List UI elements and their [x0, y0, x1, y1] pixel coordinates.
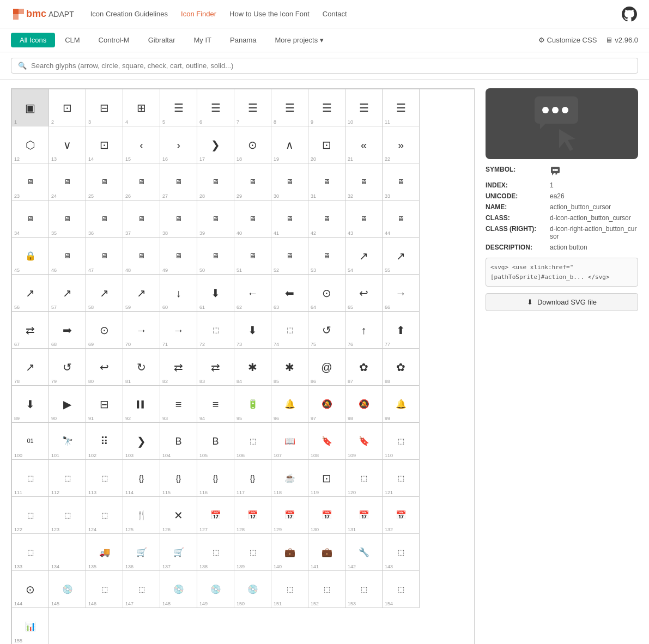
icon-cell[interactable]: 🖥50 [197, 238, 234, 275]
icon-cell[interactable]: ⬚106 [234, 423, 271, 460]
icon-cell[interactable]: 🖥34 [12, 201, 49, 238]
icon-cell[interactable]: ←62 [234, 275, 271, 312]
icon-cell[interactable]: ⬚151 [271, 571, 308, 608]
icon-cell[interactable]: 🔖108 [308, 423, 345, 460]
icon-cell[interactable]: →70 [123, 312, 160, 349]
nav-contact[interactable]: Contact [323, 10, 347, 18]
icon-cell[interactable]: 📅127 [197, 497, 234, 534]
icon-cell[interactable]: «21 [345, 126, 383, 163]
icon-cell[interactable]: ⬚74 [271, 312, 308, 349]
icon-cell[interactable]: B105 [197, 423, 234, 460]
icon-cell[interactable]: ⬚123 [49, 497, 86, 534]
icon-cell[interactable]: ⬆77 [383, 312, 420, 349]
icon-cell[interactable]: ↩65 [345, 275, 383, 312]
tab-panama[interactable]: Panama [221, 33, 265, 47]
icon-cell[interactable]: ➡68 [49, 312, 86, 349]
icon-cell[interactable]: {}117 [234, 460, 271, 497]
customize-css-button[interactable]: ⚙ Customize CSS [538, 36, 597, 44]
icon-cell[interactable]: »22 [383, 126, 420, 163]
icon-cell[interactable]: ☰11 [383, 89, 420, 126]
icon-cell[interactable]: 🖥44 [383, 201, 420, 238]
icon-cell[interactable]: 💼140 [271, 534, 308, 571]
tab-more-projects[interactable]: More projects ▾ [266, 33, 332, 47]
icon-cell[interactable]: 🔕97 [308, 386, 345, 423]
tab-clm[interactable]: CLM [56, 33, 88, 47]
icon-cell[interactable]: 🔖109 [345, 423, 383, 460]
icon-cell[interactable]: ↻81 [123, 349, 160, 386]
github-icon[interactable] [621, 5, 638, 23]
icon-cell[interactable]: →66 [383, 275, 420, 312]
icon-cell[interactable]: 🖥35 [49, 201, 86, 238]
icon-cell[interactable]: ✿87 [345, 349, 383, 386]
icon-cell[interactable]: ⬚113 [86, 460, 123, 497]
icon-cell[interactable]: ⊟3 [86, 89, 123, 126]
icon-cell[interactable]: ✿88 [383, 349, 420, 386]
nav-icon-creation[interactable]: Icon Creation Guidelines [90, 10, 168, 18]
icon-cell[interactable]: 🔋95 [234, 386, 271, 423]
icon-cell[interactable]: ☰5 [160, 89, 197, 126]
icon-cell[interactable]: ⬚146 [86, 571, 123, 608]
icon-cell[interactable]: 🛒136 [123, 534, 160, 571]
icon-cell[interactable]: 🖥26 [123, 163, 160, 201]
icon-cell[interactable]: ⊡2 [49, 89, 86, 126]
icon-cell[interactable]: ⇄83 [197, 349, 234, 386]
icon-cell[interactable]: 🖥29 [234, 163, 271, 201]
icon-cell[interactable]: ⊟91 [86, 386, 123, 423]
icon-cell[interactable]: ✱85 [271, 349, 308, 386]
icon-cell[interactable]: ☰9 [308, 89, 345, 126]
icon-cell[interactable]: 🔧142 [345, 534, 383, 571]
icon-cell[interactable]: ⬚133 [12, 534, 49, 571]
icon-cell[interactable]: 📊155 [12, 608, 49, 644]
icon-cell[interactable]: 🖥47 [86, 238, 123, 275]
icon-cell[interactable]: 🖥40 [234, 201, 271, 238]
icon-cell[interactable]: 🚚135 [86, 534, 123, 571]
icon-cell[interactable]: ⬚120 [345, 460, 383, 497]
icon-cell[interactable]: 💿145 [49, 571, 86, 608]
icon-cell[interactable]: ↗58 [86, 275, 123, 312]
icon-cell[interactable]: ↗54 [345, 238, 383, 275]
icon-cell[interactable]: 01100 [12, 423, 49, 460]
icon-cell[interactable]: ↗55 [383, 238, 420, 275]
icon-cell[interactable]: →71 [160, 312, 197, 349]
tab-gibraltar[interactable]: Gibraltar [139, 33, 184, 47]
icon-cell[interactable]: 📅132 [383, 497, 420, 534]
icon-cell[interactable]: 🖥39 [197, 201, 234, 238]
icon-cell[interactable]: 🖥27 [160, 163, 197, 201]
icon-cell[interactable]: 🖥49 [160, 238, 197, 275]
icon-cell[interactable]: 🖥23 [12, 163, 49, 201]
icon-cell[interactable]: 🖥38 [160, 201, 197, 238]
icon-cell[interactable]: ⬚154 [383, 571, 420, 608]
icon-cell[interactable]: ↺79 [49, 349, 86, 386]
icon-cell[interactable]: ⬇89 [12, 386, 49, 423]
icon-cell[interactable]: ⊙64 [308, 275, 345, 312]
icon-cell[interactable]: ↗59 [123, 275, 160, 312]
icon-cell[interactable]: ⊡14 [86, 126, 123, 163]
icon-cell[interactable]: ↺75 [308, 312, 345, 349]
icon-cell[interactable]: ↗57 [49, 275, 86, 312]
icon-cell[interactable]: ⬅63 [271, 275, 308, 312]
icon-cell[interactable]: 💿150 [234, 571, 271, 608]
icon-cell[interactable]: ⬚110 [383, 423, 420, 460]
icon-cell[interactable]: ⬚143 [383, 534, 420, 571]
icon-cell[interactable]: ⬚111 [12, 460, 49, 497]
icon-cell[interactable]: 🖥43 [345, 201, 383, 238]
icon-cell[interactable]: ☕118 [271, 460, 308, 497]
icon-cell[interactable]: ⊡20 [308, 126, 345, 163]
icon-cell[interactable]: ▣1 [12, 89, 49, 126]
icon-cell[interactable]: ❯17 [197, 126, 234, 163]
icon-cell[interactable]: 🍴125 [123, 497, 160, 534]
icon-cell[interactable]: 134 [49, 534, 86, 571]
icon-cell[interactable]: 🔔96 [271, 386, 308, 423]
icon-cell[interactable]: 🖥32 [345, 163, 383, 201]
icon-cell[interactable]: ∨13 [49, 126, 86, 163]
nav-how-to-use[interactable]: How to Use the Icon Font [229, 10, 310, 18]
icon-cell[interactable]: 🔕98 [345, 386, 383, 423]
icon-cell[interactable]: ⬚147 [123, 571, 160, 608]
icon-cell[interactable]: ⬚112 [49, 460, 86, 497]
icon-cell[interactable]: ⬚139 [234, 534, 271, 571]
icon-cell[interactable]: 🖥46 [49, 238, 86, 275]
icon-cell[interactable]: ⊙144 [12, 571, 49, 608]
icon-cell[interactable]: 💿148 [160, 571, 197, 608]
icon-cell[interactable]: 🔔99 [383, 386, 420, 423]
icon-cell[interactable]: 💿149 [197, 571, 234, 608]
